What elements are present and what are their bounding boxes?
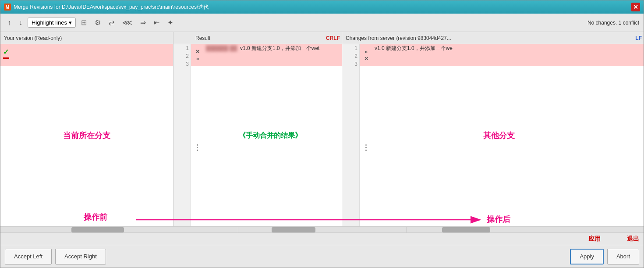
right-line-number-2: 2 — [354, 52, 357, 60]
left-panel-header: Your version (Read-only) — [0, 32, 173, 44]
middle-line-1: ██████ ██ v1.0 新建分支1.0，并添加一个wet — [204, 44, 342, 52]
prev-change-button[interactable]: ⋘ — [120, 17, 135, 29]
middle-line-3 — [204, 60, 342, 68]
other-branch-label: 其他分支 — [483, 130, 515, 141]
right-panel: 1 2 3 « ✕ v1.0 新建分支1.0，并添加一个we 其他分支 — [342, 44, 644, 226]
reject-icon[interactable]: ✕ — [195, 49, 200, 55]
right-controls: « ✕ — [360, 44, 373, 66]
app-icon: M — [4, 4, 11, 11]
middle-controls: ✕ » — [191, 44, 204, 66]
accept-left-button[interactable]: Accept Left — [5, 249, 52, 264]
accept-left-chevron[interactable]: « — [365, 49, 368, 55]
middle-scroll-thumb[interactable] — [272, 227, 315, 232]
line-number-3: 3 — [186, 60, 189, 68]
title-bar-left: M Merge Revisions for D:\Java\IDEAworksp… — [4, 4, 209, 11]
left-scroll-thumb[interactable] — [71, 227, 124, 232]
current-branch-label: 当前所在分支 — [63, 130, 110, 141]
highlight-lines-label: Highlight lines — [32, 19, 67, 26]
right-line-3 — [373, 60, 644, 68]
last-button[interactable]: ✦ — [165, 17, 176, 29]
right-line-1: v1.0 新建分支1.0，并添加一个we — [373, 44, 644, 52]
accept-right-button[interactable]: Accept Right — [55, 249, 106, 264]
middle-dots — [197, 144, 198, 151]
status-text: No changes. 1 conflict — [587, 20, 639, 26]
right-label-area: 其他分支 — [483, 130, 515, 141]
right-line-number-3: 3 — [354, 60, 357, 68]
lf-label: LF — [635, 35, 644, 41]
middle-gutter: 1 2 3 — [173, 44, 191, 226]
settings-button[interactable]: ⚙ — [92, 17, 103, 29]
highlight-lines-button[interactable]: Highlight lines ▾ — [28, 18, 76, 28]
right-reject-icon[interactable]: ✕ — [364, 56, 368, 62]
close-button[interactable]: ✕ — [631, 3, 640, 11]
middle-scroll-track[interactable] — [238, 227, 407, 232]
toolbar: ↑ ↓ Highlight lines ▾ ⊞ ⚙ ⇄ ⋘ ⇒ ⇤ ✦ No c… — [0, 14, 644, 32]
accept-right-chevron[interactable]: » — [196, 56, 199, 62]
up-button[interactable]: ↑ — [5, 17, 14, 29]
first-button[interactable]: ⇤ — [151, 17, 162, 29]
line1-suffix: v1.0 新建分支1.0，并添加一个wet — [240, 45, 319, 51]
columns-button[interactable]: ⊞ — [78, 17, 89, 29]
scrollbar-area — [0, 226, 644, 232]
next-arrow-button[interactable]: ⇒ — [138, 17, 149, 29]
content-area: ✓ 当前所在分支 1 2 3 ✕ » ██████ ██ v1.0 新 — [0, 44, 644, 226]
right-gutter: 1 2 3 — [342, 44, 360, 226]
down-button[interactable]: ↓ — [16, 17, 25, 29]
quit-chinese-label: 退出 — [627, 235, 639, 243]
chevron-down-icon: ▾ — [69, 19, 72, 26]
right-line-number-1: 1 — [354, 44, 357, 52]
right-panel-header: Changes from server (revision 983044d427… — [342, 32, 644, 44]
line-number-2: 2 — [186, 52, 189, 60]
left-scroll-track[interactable] — [0, 227, 238, 232]
button-bar: Accept Left Accept Right Apply Abort — [0, 245, 644, 268]
middle-panel: 1 2 3 ✕ » ██████ ██ v1.0 新建分支1.0，并添加一个we… — [173, 44, 342, 226]
right-scroll-thumb[interactable] — [442, 227, 490, 232]
blurred-content: ██████ ██ — [206, 44, 237, 52]
red-line-indicator — [3, 57, 9, 59]
right-dots — [365, 144, 367, 151]
apply-chinese-label: 应用 — [588, 235, 601, 243]
middle-line-2 — [204, 52, 342, 60]
crlf-label: CRLF — [326, 35, 342, 41]
right-scroll-track[interactable] — [407, 227, 644, 232]
middle-panel-header: Result CRLF — [173, 32, 342, 44]
line-number-1: 1 — [186, 44, 189, 52]
left-panel: ✓ 当前所在分支 — [0, 44, 173, 226]
main-window: M Merge Revisions for D:\Java\IDEAworksp… — [0, 0, 644, 268]
middle-label-area: 《手动合并的结果》 — [239, 131, 302, 140]
window-title: Merge Revisions for D:\Java\IDEAworkspac… — [14, 4, 209, 11]
sync-button[interactable]: ⇄ — [106, 17, 117, 29]
right-line-2 — [373, 52, 644, 60]
column-headers: Your version (Read-only) Result CRLF Cha… — [0, 32, 644, 44]
title-bar: M Merge Revisions for D:\Java\IDEAworksp… — [0, 0, 644, 14]
apply-button[interactable]: Apply — [570, 249, 604, 264]
abort-button[interactable]: Abort — [607, 249, 639, 264]
conflict-highlight-left — [0, 44, 173, 66]
merge-result-label: 《手动合并的结果》 — [239, 131, 302, 140]
checkmark-icon: ✓ — [3, 48, 9, 56]
bottom-labels: 应用 退出 — [0, 232, 644, 245]
